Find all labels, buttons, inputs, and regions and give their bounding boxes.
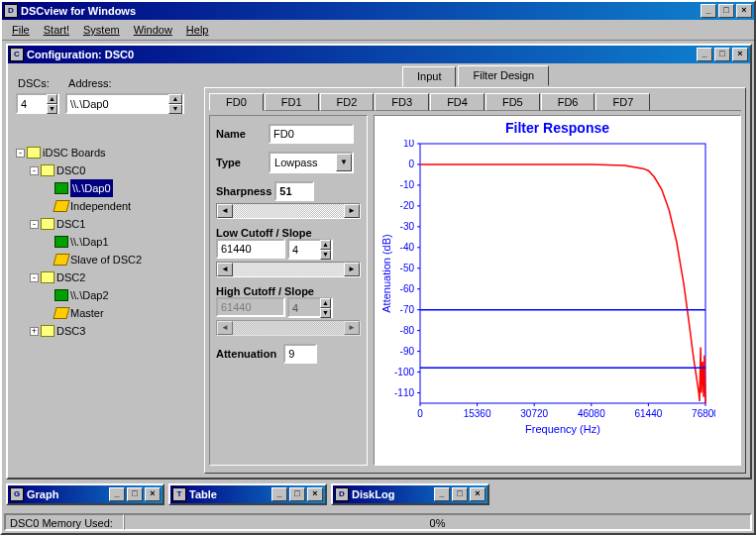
menu-file[interactable]: File	[6, 22, 36, 38]
tree-item[interactable]: Independent	[16, 197, 196, 215]
type-value: Lowpass	[270, 157, 336, 168]
attenuation-label: Attenuation	[216, 348, 276, 360]
graph-icon: G	[10, 487, 24, 501]
mini-graph-window[interactable]: GGraph_□×	[6, 483, 164, 505]
tree-label: DSC1	[56, 215, 85, 233]
dscs-label: DSCs:	[18, 77, 61, 89]
low-cutoff-input[interactable]	[216, 239, 285, 259]
svg-text:-80: -80	[400, 325, 415, 336]
right-pane: Input Filter Design FD0FD1FD2FD3FD4FD5FD…	[204, 67, 746, 474]
dscs-spin-up[interactable]: ▲	[47, 94, 57, 104]
collapse-icon[interactable]: -	[16, 149, 25, 158]
address-spin-up[interactable]: ▲	[168, 94, 182, 104]
folder-icon	[41, 271, 54, 283]
folder-icon	[27, 147, 41, 159]
name-input[interactable]	[269, 124, 354, 144]
low-slope-up[interactable]: ▲	[320, 240, 331, 250]
tree-item[interactable]: -iDSC Boards	[16, 144, 196, 161]
address-input[interactable]	[67, 98, 168, 110]
low-slope-down[interactable]: ▼	[320, 250, 331, 260]
config-close-button[interactable]: ×	[732, 48, 748, 61]
tree-item[interactable]: \\.\Dap0	[16, 179, 196, 197]
collapse-icon[interactable]: -	[30, 273, 39, 282]
close-button[interactable]: ×	[736, 4, 752, 18]
tree-label: iDSC Boards	[43, 144, 106, 161]
statusbar: DSC0 Memory Used: 0%	[4, 513, 752, 531]
tree-label: Master	[70, 304, 104, 322]
high-cutoff-slider: ◄►	[216, 320, 361, 336]
mini-table-window[interactable]: TTable_□×	[168, 483, 327, 505]
folder-icon	[41, 218, 54, 230]
card-icon	[53, 307, 69, 319]
tab-filter-design[interactable]: Filter Design	[458, 65, 549, 86]
config-window: C Configuration: DSC0 _ □ × DSCs: Addres…	[6, 44, 752, 480]
app-window: D DSCview for Windows _ □ × File Start! …	[0, 0, 756, 535]
sharpness-slider[interactable]: ◄►	[216, 203, 361, 219]
tree-item[interactable]: -DSC1	[16, 215, 196, 233]
tree-item[interactable]: \\.\Dap1	[16, 233, 196, 251]
collapse-icon[interactable]: -	[30, 220, 39, 229]
maximize-button[interactable]: □	[718, 4, 734, 18]
type-label: Type	[216, 157, 266, 168]
config-minimize-button[interactable]: _	[697, 48, 712, 61]
svg-text:10: 10	[403, 140, 415, 149]
tree-label: DSC2	[56, 268, 85, 286]
board-tree[interactable]: -iDSC Boards-DSC0\\.\Dap0Independent-DSC…	[16, 144, 196, 340]
address-label: Address:	[68, 77, 111, 89]
tree-item[interactable]: -DSC2	[16, 268, 196, 286]
subtab-fd6[interactable]: FD6	[541, 93, 595, 111]
address-field[interactable]: ▲ ▼	[65, 93, 184, 114]
filter-form: Name Type Lowpass ▼ S	[209, 115, 368, 466]
collapse-icon[interactable]: -	[30, 166, 39, 175]
svg-text:46080: 46080	[578, 408, 605, 419]
tree-item[interactable]: +DSC3	[16, 322, 196, 340]
subtab-fd0[interactable]: FD0	[209, 93, 264, 111]
attenuation-input[interactable]	[283, 344, 317, 364]
low-slope-field[interactable]: ▲▼	[287, 239, 333, 260]
low-slope-input[interactable]	[289, 244, 320, 256]
dscs-spin-down[interactable]: ▼	[47, 104, 57, 114]
type-dropdown[interactable]: Lowpass ▼	[269, 152, 354, 173]
config-maximize-button[interactable]: □	[714, 48, 730, 61]
subtab-fd3[interactable]: FD3	[375, 93, 429, 111]
low-cutoff-slider[interactable]: ◄►	[216, 262, 361, 277]
config-icon: C	[10, 48, 24, 61]
disklog-icon: D	[335, 487, 349, 501]
dscs-field[interactable]: ▲ ▼	[16, 93, 59, 114]
subtab-fd4[interactable]: FD4	[430, 93, 485, 111]
subtab-fd2[interactable]: FD2	[320, 93, 375, 111]
minimize-button[interactable]: _	[701, 4, 716, 18]
low-cutoff-label: Low Cutoff / Slope	[216, 227, 361, 239]
tree-item[interactable]: Slave of DSC2	[16, 251, 196, 268]
expand-icon[interactable]: +	[30, 327, 39, 336]
config-titlebar[interactable]: C Configuration: DSC0 _ □ ×	[8, 46, 750, 63]
menu-help[interactable]: Help	[180, 22, 215, 38]
dscs-input[interactable]	[18, 98, 47, 110]
mini-disklog-window[interactable]: DDiskLog_□×	[331, 483, 489, 505]
menu-window[interactable]: Window	[128, 22, 178, 38]
menu-system[interactable]: System	[77, 22, 126, 38]
tree-label: \\.\Dap0	[70, 179, 113, 197]
svg-text:-50: -50	[400, 263, 415, 273]
tab-input[interactable]: Input	[402, 66, 456, 87]
svg-text:76800: 76800	[692, 408, 715, 419]
tree-label: DSC0	[56, 161, 85, 179]
app-titlebar[interactable]: D DSCview for Windows _ □ ×	[2, 2, 754, 20]
tree-item[interactable]: Master	[16, 304, 196, 322]
subtab-fd7[interactable]: FD7	[595, 93, 650, 111]
address-spin-down[interactable]: ▼	[168, 104, 182, 114]
slider-left-icon[interactable]: ◄	[217, 204, 233, 218]
svg-text:-100: -100	[394, 367, 414, 377]
tree-item[interactable]: -DSC0	[16, 161, 196, 179]
filter-response-chart: 100-10-20-30-40-50-60-70-80-90-100-11001…	[378, 140, 715, 437]
tree-item[interactable]: \\.\Dap2	[16, 286, 196, 304]
svg-text:-70: -70	[400, 304, 415, 315]
subtab-fd5[interactable]: FD5	[486, 93, 540, 111]
subtab-fd1[interactable]: FD1	[265, 93, 319, 111]
chevron-down-icon[interactable]: ▼	[336, 154, 352, 171]
config-title: Configuration: DSC0	[27, 49, 695, 60]
tree-label: Independent	[70, 197, 131, 215]
menu-start[interactable]: Start!	[38, 22, 75, 38]
sharpness-input[interactable]	[274, 181, 314, 201]
slider-right-icon[interactable]: ►	[344, 204, 360, 218]
